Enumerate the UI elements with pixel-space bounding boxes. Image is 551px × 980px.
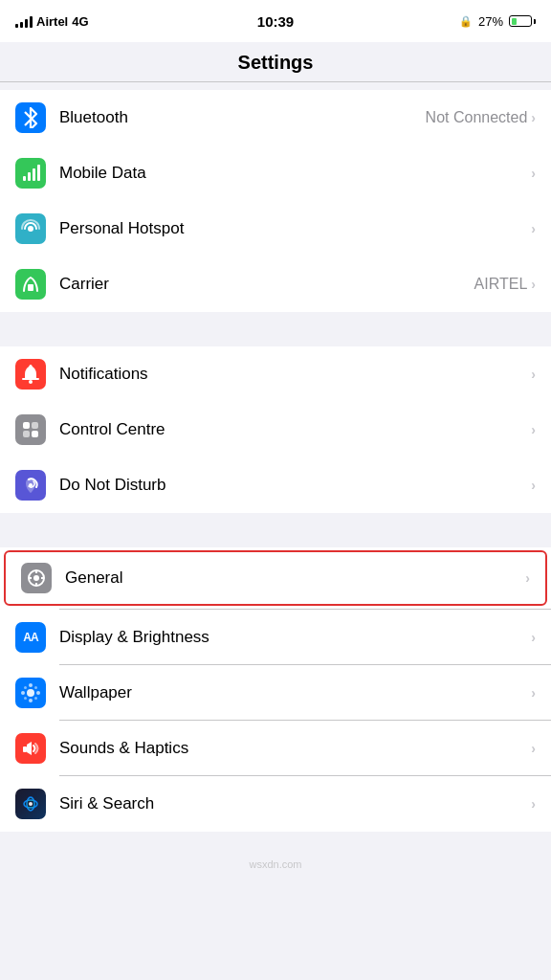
general-chevron: › (525, 570, 530, 586)
bluetooth-label: Bluetooth (59, 108, 128, 127)
notifications-label: Notifications (59, 365, 148, 384)
status-bar-left: Airtel 4G (15, 14, 89, 29)
personal-hotspot-chevron: › (531, 221, 536, 236)
svg-point-27 (34, 697, 37, 700)
settings-row-mobile-data[interactable]: Mobile Data › (0, 145, 551, 201)
control-centre-row-content: Control Centre › (59, 420, 536, 439)
personal-hotspot-row-content: Personal Hotspot › (59, 219, 536, 238)
battery-percent: 27% (478, 14, 503, 29)
page-title: Settings (238, 52, 314, 73)
settings-row-siri-search[interactable]: Siri & Search › (0, 776, 551, 832)
battery-body (509, 15, 532, 27)
general-right: › (525, 570, 530, 586)
signal-bar-1 (15, 24, 18, 28)
do-not-disturb-chevron: › (531, 478, 536, 493)
settings-row-general[interactable]: General › (4, 550, 547, 606)
svg-point-25 (34, 686, 37, 689)
control-centre-label: Control Centre (59, 420, 165, 439)
display-brightness-right: › (531, 630, 536, 645)
svg-rect-28 (23, 746, 27, 752)
svg-rect-8 (23, 422, 30, 429)
personal-hotspot-right: › (531, 221, 536, 236)
settings-row-carrier[interactable]: Carrier AIRTEL › (0, 256, 551, 312)
svg-rect-9 (32, 422, 38, 429)
svg-point-22 (21, 691, 25, 695)
section-gap-2 (0, 513, 551, 547)
siri-search-right: › (531, 796, 536, 812)
svg-rect-7 (30, 365, 33, 368)
svg-point-12 (29, 483, 33, 487)
navigation-bar: Settings (0, 42, 551, 82)
svg-rect-0 (23, 176, 26, 181)
notifications-chevron: › (531, 367, 536, 382)
general-icon (21, 563, 52, 593)
general-row-wrapper: General › (0, 547, 551, 609)
svg-rect-3 (37, 165, 40, 181)
control-centre-right: › (531, 422, 536, 437)
personal-hotspot-label: Personal Hotspot (59, 219, 184, 238)
sounds-haptics-icon (15, 733, 46, 764)
connectivity-group: Bluetooth Not Connected › Mobile Data › (0, 90, 551, 312)
personal-hotspot-icon (15, 213, 46, 244)
bluetooth-value: Not Connected (426, 109, 528, 126)
svg-rect-2 (33, 168, 35, 181)
mobile-data-right: › (531, 166, 536, 181)
signal-bars (15, 14, 33, 28)
signal-bar-2 (20, 22, 23, 28)
svg-point-23 (36, 691, 40, 695)
settings-row-sounds-haptics[interactable]: Sounds & Haptics › (0, 721, 551, 776)
system-controls-group: Notifications › Control Centre › (0, 346, 551, 513)
signal-bar-3 (25, 19, 28, 28)
settings-row-do-not-disturb[interactable]: Do Not Disturb › (0, 457, 551, 513)
settings-row-display-brightness[interactable]: AA Display & Brightness › (0, 610, 551, 665)
do-not-disturb-right: › (531, 478, 536, 493)
mobile-data-icon (15, 158, 46, 189)
signal-bar-4 (30, 16, 33, 28)
display-brightness-label: Display & Brightness (59, 628, 209, 647)
svg-point-21 (29, 699, 33, 702)
status-bar-right: 🔒 27% (459, 14, 536, 29)
siri-search-label: Siri & Search (59, 794, 154, 813)
wallpaper-label: Wallpaper (59, 683, 132, 702)
settings-row-bluetooth[interactable]: Bluetooth Not Connected › (0, 90, 551, 145)
do-not-disturb-row-content: Do Not Disturb › (59, 476, 536, 495)
svg-point-24 (24, 686, 27, 689)
bluetooth-right: Not Connected › (426, 109, 536, 126)
sounds-haptics-right: › (531, 741, 536, 756)
wallpaper-chevron: › (531, 685, 536, 701)
network-type: 4G (72, 14, 88, 29)
carrier-label: Airtel (36, 14, 68, 29)
bluetooth-chevron: › (531, 110, 536, 125)
settings-row-personal-hotspot[interactable]: Personal Hotspot › (0, 201, 551, 256)
sounds-haptics-label: Sounds & Haptics (59, 739, 188, 758)
display-brightness-row-content: Display & Brightness › (59, 628, 536, 647)
aa-text: AA (23, 631, 37, 644)
status-time: 10:39 (257, 13, 294, 30)
section-gap-1 (0, 312, 551, 346)
notifications-row-content: Notifications › (59, 365, 536, 384)
svg-rect-1 (28, 172, 31, 181)
do-not-disturb-icon (15, 470, 46, 501)
svg-point-20 (29, 683, 33, 687)
lock-icon: 🔒 (459, 15, 473, 28)
general-row-content: General › (65, 568, 530, 588)
carrier-label-text: Carrier (59, 275, 109, 294)
bluetooth-icon (15, 102, 46, 133)
svg-rect-5 (28, 284, 33, 291)
svg-point-26 (24, 697, 27, 700)
wallpaper-row-content: Wallpaper › (59, 683, 536, 702)
wallpaper-right: › (531, 685, 536, 701)
svg-point-19 (27, 689, 34, 697)
settings-row-wallpaper[interactable]: Wallpaper › (0, 665, 551, 721)
carrier-value: AIRTEL (474, 276, 528, 293)
carrier-chevron: › (531, 277, 536, 292)
carrier-icon (15, 269, 46, 300)
settings-row-notifications[interactable]: Notifications › (0, 346, 551, 402)
siri-search-row-content: Siri & Search › (59, 794, 536, 813)
mobile-data-chevron: › (531, 166, 536, 181)
section-gap-top (0, 82, 551, 90)
svg-rect-10 (23, 431, 30, 437)
general-label: General (65, 568, 122, 588)
watermark: wsxdn.com (0, 851, 551, 878)
settings-row-control-centre[interactable]: Control Centre › (0, 402, 551, 457)
